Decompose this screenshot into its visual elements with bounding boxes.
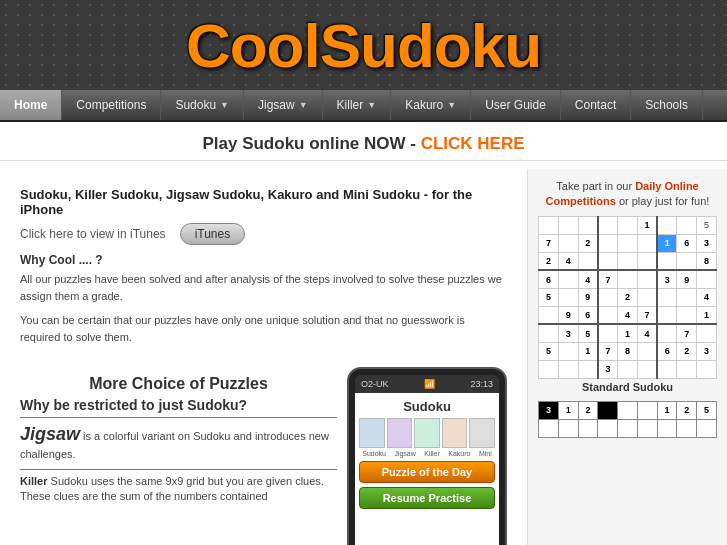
cell: 6 — [657, 342, 677, 360]
site-title: CoolSudoku — [186, 10, 541, 81]
cell — [598, 252, 618, 270]
nav-contact[interactable]: Contact — [561, 90, 631, 120]
cell — [539, 216, 559, 234]
cell — [539, 419, 559, 437]
table-row: 2 4 8 — [539, 252, 717, 270]
why-cool-heading: Why Cool .... ? — [20, 253, 507, 267]
table-row: 5 9 2 4 — [539, 288, 717, 306]
cell — [618, 234, 638, 252]
cell: 1 — [618, 324, 638, 342]
cell: 8 — [618, 342, 638, 360]
cell: 5 — [539, 342, 559, 360]
click-here-link[interactable]: CLICK HERE — [421, 134, 525, 153]
cell — [598, 234, 618, 252]
cell — [558, 216, 578, 234]
cell: 3 — [539, 401, 559, 419]
resume-practise-button[interactable]: Resume Practise — [359, 487, 495, 509]
phone-puzzle-labels: Sudoku Jigsaw Killer Kakuro Mini — [359, 450, 495, 457]
nav-schools[interactable]: Schools — [631, 90, 703, 120]
cell — [697, 419, 717, 437]
competitions-link[interactable]: Competitions — [546, 195, 616, 207]
phone-mockup: O2-UK 📶 23:13 Sudoku Sudoku J — [347, 367, 507, 545]
chevron-down-icon: ▼ — [367, 100, 376, 110]
nav-killer[interactable]: Killer ▼ — [323, 90, 392, 120]
nav-jigsaw[interactable]: Jigsaw ▼ — [244, 90, 323, 120]
cell: 1 — [657, 401, 677, 419]
cell: 1 — [657, 234, 677, 252]
cell — [637, 270, 657, 288]
cell — [657, 360, 677, 378]
cell: 4 — [618, 306, 638, 324]
cell — [598, 216, 618, 234]
competitions-promo: Take part in our Daily Online Competitio… — [538, 179, 717, 210]
cell: 3 — [697, 234, 717, 252]
cell: 2 — [618, 288, 638, 306]
sudoku-grid-container: 1 5 7 2 1 6 3 2 4 — [538, 216, 717, 393]
killer-text: Sudoku uses the same 9x9 grid but you ar… — [20, 475, 324, 502]
table-row: 3 — [539, 360, 717, 378]
right-sidebar: Take part in our Daily Online Competitio… — [527, 169, 727, 545]
play-banner[interactable]: Play Sudoku online NOW - CLICK HERE — [0, 122, 727, 161]
cell: 6 — [677, 234, 697, 252]
table-row: 7 2 1 6 3 — [539, 234, 717, 252]
nav-user-guide[interactable]: User Guide — [471, 90, 561, 120]
bw-sudoku-grid: 3 1 2 1 2 5 — [538, 401, 717, 438]
nav-sudoku[interactable]: Sudoku ▼ — [161, 90, 244, 120]
nav-home[interactable]: Home — [0, 90, 62, 120]
cell — [578, 216, 598, 234]
cell — [618, 216, 638, 234]
jigsaw-description: Jigsaw is a colorful variant on Sudoku a… — [20, 422, 337, 463]
cell — [618, 419, 638, 437]
cell — [558, 419, 578, 437]
cell: 4 — [697, 288, 717, 306]
cell — [558, 360, 578, 378]
divider — [20, 417, 337, 418]
more-choice-sub: Why be restricted to just Sudoku? — [20, 397, 337, 413]
table-row: 6 4 7 3 9 — [539, 270, 717, 288]
cell: 7 — [539, 234, 559, 252]
cell: 2 — [677, 401, 697, 419]
cell — [677, 288, 697, 306]
cell — [637, 234, 657, 252]
wifi-icon: 📶 — [424, 379, 435, 389]
cell — [618, 270, 638, 288]
competitions-text1: Take part in our — [556, 180, 635, 192]
cell — [578, 360, 598, 378]
itunes-button[interactable]: iTunes — [180, 223, 246, 245]
cell: 9 — [578, 288, 598, 306]
puzzle-thumb-5 — [469, 418, 495, 448]
cell — [539, 360, 559, 378]
table-row: 3 5 1 4 7 — [539, 324, 717, 342]
cell — [677, 252, 697, 270]
cell: 5 — [697, 216, 717, 234]
sudoku-grid: 1 5 7 2 1 6 3 2 4 — [538, 216, 717, 379]
cell: 1 — [578, 342, 598, 360]
cell — [618, 401, 638, 419]
cell — [677, 216, 697, 234]
nav-kakuro[interactable]: Kakuro ▼ — [391, 90, 471, 120]
cell: 2 — [677, 342, 697, 360]
puzzle-of-day-button[interactable]: Puzzle of the Day — [359, 461, 495, 483]
cell — [558, 270, 578, 288]
jigsaw-label: Jigsaw — [20, 424, 80, 444]
divider2 — [20, 469, 337, 470]
cell: 3 — [598, 360, 618, 378]
nav-competitions[interactable]: Competitions — [62, 90, 161, 120]
why-cool-text1: All our puzzles have been solved and aft… — [20, 271, 507, 304]
cell — [657, 252, 677, 270]
cell: 1 — [558, 401, 578, 419]
daily-online-link[interactable]: Daily Online — [635, 180, 699, 192]
label-mini: Mini — [479, 450, 492, 457]
table-row: 5 1 7 8 6 2 3 — [539, 342, 717, 360]
cell: 1 — [697, 306, 717, 324]
cell — [578, 252, 598, 270]
cell: 8 — [697, 252, 717, 270]
cell — [657, 419, 677, 437]
cell — [598, 419, 618, 437]
puzzle-thumb-4 — [442, 418, 468, 448]
cell — [677, 360, 697, 378]
cell: 9 — [558, 306, 578, 324]
label-kakuro: Kakuro — [448, 450, 470, 457]
cell — [618, 252, 638, 270]
cell — [558, 234, 578, 252]
